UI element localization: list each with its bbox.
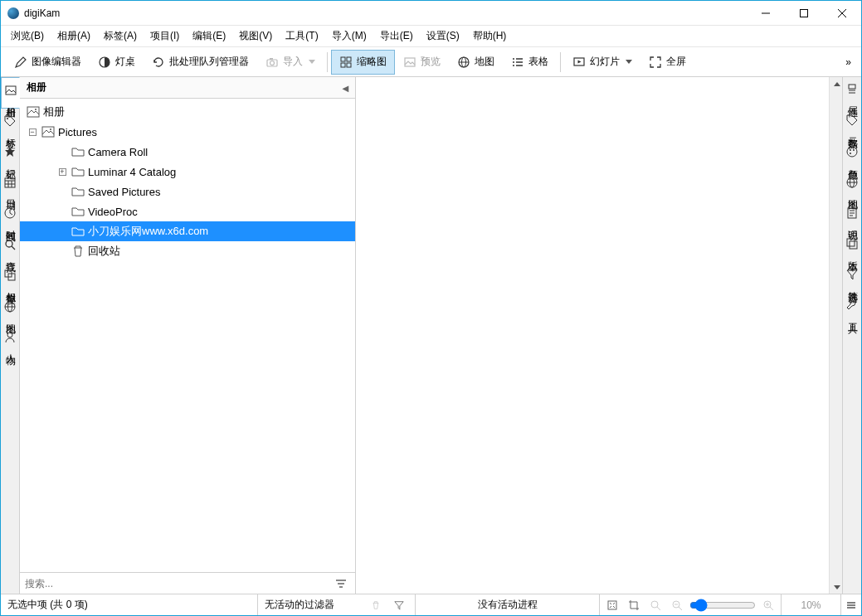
filter-clear-button[interactable] bbox=[367, 596, 385, 614]
tree-collapse-toggle[interactable]: − bbox=[29, 129, 37, 136]
clock-icon bbox=[4, 207, 16, 219]
tree-item-saved[interactable]: Saved Pictures bbox=[20, 182, 355, 201]
filter-funnel-button[interactable] bbox=[390, 596, 408, 614]
svg-point-50 bbox=[850, 149, 851, 151]
svg-rect-23 bbox=[6, 86, 16, 95]
menu-tools[interactable]: 工具(T) bbox=[279, 26, 324, 46]
sb-filter: 无活动的过滤器 bbox=[258, 594, 416, 615]
rt-caption[interactable]: 说明 bbox=[843, 201, 861, 231]
tree-root-album[interactable]: 相册 bbox=[20, 102, 355, 122]
folder-icon bbox=[71, 145, 85, 158]
scroll-down-button[interactable] bbox=[830, 580, 842, 594]
tb-batch[interactable]: 批处理队列管理器 bbox=[144, 50, 257, 75]
menu-album[interactable]: 相册(A) bbox=[51, 26, 97, 46]
svg-line-67 bbox=[679, 607, 682, 610]
info-icon bbox=[846, 84, 858, 95]
svg-rect-7 bbox=[270, 58, 273, 60]
vertical-scrollbar[interactable] bbox=[829, 77, 842, 594]
rt-metadata[interactable]: 元数据 bbox=[843, 108, 861, 139]
tb-fullscreen[interactable]: 全屏 bbox=[640, 50, 694, 75]
rt-map[interactable]: 地图 bbox=[843, 170, 861, 201]
svg-rect-46 bbox=[849, 85, 855, 89]
lt-similar[interactable]: 相似度 bbox=[1, 263, 19, 294]
zoom-fit-button[interactable] bbox=[603, 596, 621, 614]
minimize-button[interactable] bbox=[747, 1, 785, 26]
zoom-100-button[interactable] bbox=[646, 596, 665, 614]
person-icon bbox=[4, 332, 16, 343]
folder-icon bbox=[71, 205, 85, 218]
trash-icon bbox=[71, 245, 85, 258]
menu-export[interactable]: 导出(E) bbox=[373, 26, 420, 46]
chevron-down-icon bbox=[626, 60, 632, 64]
tag-icon bbox=[846, 114, 858, 126]
svg-point-51 bbox=[853, 149, 855, 151]
scroll-up-button[interactable] bbox=[830, 77, 842, 90]
tb-light-table[interactable]: 灯桌 bbox=[90, 50, 144, 75]
zoom-crop-button[interactable] bbox=[625, 596, 643, 614]
lt-map[interactable]: 地图 bbox=[1, 294, 19, 325]
tb-thumbnails[interactable]: 缩略图 bbox=[331, 50, 395, 75]
menubar: 浏览(B) 相册(A) 标签(A) 项目(I) 编辑(E) 视图(V) 工具(T… bbox=[1, 26, 861, 47]
panel-collapse-button[interactable]: ◂ bbox=[343, 81, 348, 95]
menu-view[interactable]: 视图(V) bbox=[232, 26, 279, 46]
svg-point-42 bbox=[50, 129, 51, 130]
zoom-out-button[interactable] bbox=[668, 596, 686, 614]
toolbar-overflow[interactable]: » bbox=[840, 53, 856, 71]
tree-pictures[interactable]: − Pictures bbox=[20, 122, 355, 142]
tree-item-trash[interactable]: 回收站 bbox=[20, 241, 355, 261]
lt-people[interactable]: 人物 bbox=[1, 325, 19, 356]
menu-items[interactable]: 项目(I) bbox=[144, 26, 186, 46]
maximize-button[interactable] bbox=[785, 1, 823, 26]
globe-icon bbox=[846, 177, 858, 188]
svg-point-52 bbox=[850, 153, 851, 154]
svg-rect-10 bbox=[341, 63, 345, 67]
rt-properties[interactable]: 属性 bbox=[843, 77, 861, 108]
lt-search[interactable]: 查找 bbox=[1, 232, 19, 263]
menu-help[interactable]: 帮助(H) bbox=[466, 26, 514, 46]
tb-image-editor[interactable]: 图像编辑器 bbox=[6, 50, 90, 75]
rt-colors[interactable]: 颜色 bbox=[843, 139, 861, 170]
tree-item-x6d[interactable]: 小刀娱乐网www.x6d.com bbox=[20, 221, 355, 241]
tree-search-row bbox=[20, 572, 355, 594]
close-button[interactable] bbox=[823, 1, 861, 26]
lt-tags[interactable]: 标签 bbox=[1, 109, 19, 139]
sb-filter-label: 无活动的过滤器 bbox=[265, 598, 334, 612]
tree-label: Pictures bbox=[58, 126, 97, 138]
list-icon bbox=[511, 56, 524, 69]
tree-expand-toggle[interactable]: + bbox=[59, 168, 66, 176]
lt-album[interactable]: 相册 bbox=[1, 77, 20, 109]
svg-point-63 bbox=[651, 601, 658, 608]
thumbnail-canvas[interactable] bbox=[356, 77, 829, 594]
menu-tags[interactable]: 标签(A) bbox=[97, 26, 144, 46]
menu-settings[interactable]: 设置(S) bbox=[420, 26, 466, 46]
tb-preview-label: 预览 bbox=[421, 55, 441, 69]
tb-table[interactable]: 表格 bbox=[503, 50, 557, 75]
menu-browse[interactable]: 浏览(B) bbox=[4, 26, 51, 46]
menu-import[interactable]: 导入(M) bbox=[325, 26, 373, 46]
rt-tools[interactable]: 工具 bbox=[843, 293, 861, 324]
app-title: digiKam bbox=[24, 7, 60, 19]
lt-timeline[interactable]: 时间线 bbox=[1, 201, 19, 232]
svg-rect-9 bbox=[347, 57, 351, 61]
tb-preview[interactable]: 预览 bbox=[395, 50, 449, 75]
tree-item-videoproc[interactable]: VideoProc bbox=[20, 201, 355, 221]
stack-icon bbox=[846, 238, 858, 250]
album-panel: 相册 ◂ 相册 − Pictures Camera Roll bbox=[20, 77, 356, 594]
lt-date[interactable]: 日期 bbox=[1, 170, 19, 201]
lt-mark[interactable]: 标记 bbox=[1, 139, 19, 170]
zoom-slider[interactable] bbox=[689, 599, 756, 612]
zoom-in-button[interactable] bbox=[759, 596, 777, 614]
tb-slideshow[interactable]: 幻灯片 bbox=[564, 50, 640, 75]
tb-map[interactable]: 地图 bbox=[449, 50, 503, 75]
rt-filters[interactable]: 筛选器 bbox=[843, 262, 861, 293]
tree-item-camera-roll[interactable]: Camera Roll bbox=[20, 142, 355, 162]
tb-import[interactable]: 导入 bbox=[257, 50, 324, 75]
thumbnail-view bbox=[356, 77, 842, 594]
tree-search-input[interactable] bbox=[25, 575, 332, 593]
rt-versions[interactable]: 版本 bbox=[843, 231, 861, 262]
menu-edit[interactable]: 编辑(E) bbox=[186, 26, 232, 46]
sb-menu-button[interactable] bbox=[841, 594, 861, 615]
toolbar-separator bbox=[327, 52, 328, 72]
search-options-button[interactable] bbox=[332, 578, 350, 589]
tree-item-luminar[interactable]: + Luminar 4 Catalog bbox=[20, 162, 355, 182]
